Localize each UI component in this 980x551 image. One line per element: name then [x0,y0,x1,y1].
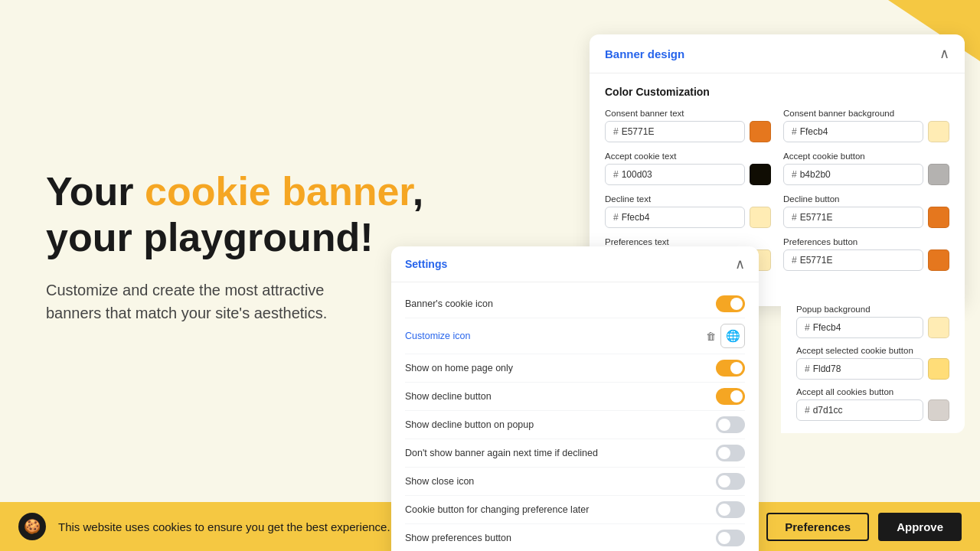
consent-banner-text-label: Consent banner text [605,109,771,118]
consent-banner-text-input[interactable] [622,126,737,137]
accept-all-input[interactable] [813,405,915,416]
accept-cookie-btn-input-wrapper: # [783,164,923,185]
accept-selected-swatch[interactable] [928,358,949,380]
hero-title-highlight: cookie banner [145,169,413,214]
popup-bg-swatch[interactable] [928,317,949,338]
consent-banner-text-input-wrapper: # [605,121,745,142]
globe-icon[interactable]: 🌐 [720,324,745,348]
popup-bg-row: # [796,317,949,338]
consent-banner-bg-label: Consent banner background [783,109,949,118]
accept-cookie-btn-swatch[interactable] [928,164,949,185]
consent-banner-text-swatch[interactable] [750,121,771,142]
decline-btn-row: # [783,207,949,228]
hash-icon: # [792,169,797,180]
settings-row-close-icon: Show close icon [405,468,745,496]
settings-body: Banner's cookie icon Customize icon 🗑 🌐 … [391,282,759,551]
hash-icon: # [792,212,797,223]
accept-selected-input-wrapper: # [796,358,923,380]
panel-title: Banner design [605,47,684,60]
settings-label-dont-show: Don't show banner again next time if dec… [405,448,598,458]
customize-icon-controls: 🗑 🌐 [706,324,745,348]
decline-btn-input[interactable] [800,212,915,223]
settings-row-customize-icon: Customize icon 🗑 🌐 [405,318,745,354]
toggle-dont-show[interactable] [716,445,745,461]
preferences-btn-input[interactable] [800,255,915,266]
toggle-change-pref[interactable] [716,501,745,518]
consent-banner-bg-swatch[interactable] [928,121,949,142]
toggle-decline-popup[interactable] [716,416,745,433]
decline-text-input[interactable] [622,212,737,223]
accept-selected-row: # [796,358,949,380]
settings-label-home-only: Show on home page only [405,363,513,373]
settings-row-cookie-icon: Banner's cookie icon [405,290,745,318]
preferences-text-label: Preferences text [605,237,771,246]
toggle-close-icon[interactable] [716,473,745,490]
customize-icon-link[interactable]: Customize icon [405,331,470,341]
settings-label-customize-icon: Customize icon [405,331,470,341]
settings-label-close-icon: Show close icon [405,476,474,487]
hero-subtitle: Customize and create the most attractive… [46,279,368,324]
color-field-decline-text: Decline text # [605,194,771,228]
hero-title-end: , [413,169,423,214]
decline-btn-swatch[interactable] [928,207,949,228]
hash-icon: # [792,126,797,137]
settings-row-change-pref: Cookie button for changing preference la… [405,496,745,524]
accept-cookie-text-input-wrapper: # [605,164,745,185]
accept-cookie-text-input[interactable] [622,169,737,180]
preferences-btn-input-wrapper: # [783,249,923,271]
decline-text-label: Decline text [605,194,771,204]
decline-text-input-wrapper: # [605,207,745,228]
decline-text-swatch[interactable] [750,207,771,228]
accept-all-label: Accept all cookies button [796,387,949,396]
approve-button[interactable]: Approve [878,513,962,541]
panel-header: Banner design ∧ [590,34,965,73]
settings-label-pref-button: Show preferences button [405,533,511,543]
accept-cookie-text-swatch[interactable] [750,164,771,185]
preferences-btn-swatch[interactable] [928,249,949,271]
color-field-preferences-btn: Preferences button # [783,237,949,271]
toggle-home-only[interactable] [716,360,745,377]
toggle-pref-button[interactable] [716,530,745,546]
accept-selected-label: Accept selected cookie button [796,346,949,355]
toggle-decline-button[interactable] [716,388,745,405]
preferences-btn-row: # [783,249,949,271]
consent-banner-bg-row: # [783,121,949,142]
hero-title-line2: your playground! [46,215,374,259]
settings-label-change-pref: Cookie button for changing preference la… [405,504,589,515]
preferences-btn-label: Preferences button [783,237,949,246]
color-field-decline-btn: Decline button # [783,194,949,228]
color-field-accept-selected: Accept selected cookie button # [796,346,949,380]
decline-btn-label: Decline button [783,194,949,204]
right-color-section: Popup background # Accept selected cooki… [781,298,965,433]
settings-row-pref-button: Show preferences button [405,524,745,551]
cookie-icon: 🍪 [24,518,41,535]
settings-header: Settings ∧ [391,246,759,282]
settings-row-dont-show: Don't show banner again next time if dec… [405,439,745,468]
settings-label-cookie-icon: Banner's cookie icon [405,298,493,309]
settings-row-home-only: Show on home page only [405,354,745,383]
color-field-accept-cookie-text: Accept cookie text # [605,152,771,185]
trash-icon[interactable]: 🗑 [706,331,716,342]
cookie-icon-wrapper: 🍪 [18,513,46,540]
hash-icon: # [613,169,619,180]
settings-row-decline-button: Show decline button [405,383,745,411]
accept-all-swatch[interactable] [928,399,949,421]
panel-collapse-button[interactable]: ∧ [939,47,949,60]
hero-title-start: Your [46,169,145,214]
accept-cookie-btn-row: # [783,164,949,185]
consent-banner-bg-input[interactable] [800,126,915,137]
accept-cookie-text-row: # [605,164,771,185]
popup-bg-input[interactable] [813,322,915,333]
cookie-bar-message: This website uses cookies to ensure you … [58,520,390,533]
color-field-consent-banner-bg: Consent banner background # [783,109,949,142]
settings-title: Settings [405,258,447,270]
accept-selected-input[interactable] [813,364,915,374]
toggle-cookie-icon[interactable] [716,295,745,312]
color-field-popup-bg: Popup background # [796,305,949,338]
accept-cookie-btn-input[interactable] [800,169,915,180]
settings-collapse-button[interactable]: ∧ [735,257,745,271]
accept-cookie-text-label: Accept cookie text [605,152,771,161]
preferences-button[interactable]: Preferences [766,513,869,541]
popup-bg-label: Popup background [796,305,949,314]
hash-icon: # [613,126,619,137]
